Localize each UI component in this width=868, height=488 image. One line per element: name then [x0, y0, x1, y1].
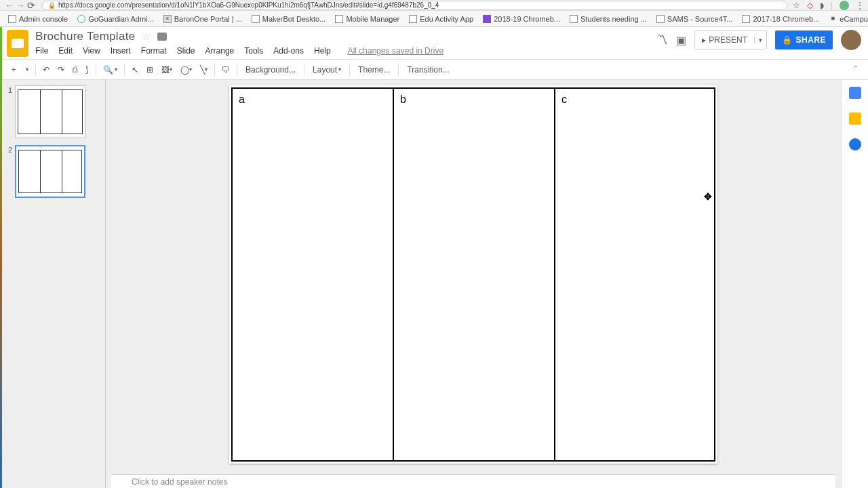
move-cursor-icon: ✥ [704, 191, 712, 202]
canvas-scroll[interactable]: a b c ✥ [106, 80, 841, 474]
present-button[interactable]: ▸PRESENT ▾ [694, 30, 767, 49]
menu-help[interactable]: Help [314, 46, 331, 56]
present-dropdown[interactable]: ▾ [754, 37, 766, 43]
new-slide-button[interactable]: ＋ [5, 62, 22, 78]
comment-button[interactable]: 🗨 [218, 62, 234, 78]
transition-button[interactable]: Transition... [401, 62, 454, 78]
chrome-menu-icon[interactable]: ⋮ [856, 1, 864, 10]
bookmark-item[interactable]: Admin console [4, 14, 72, 24]
slides-header: Brochure Template ☆ File Edit View Inser… [0, 27, 868, 60]
doc-icon [252, 15, 260, 23]
present-label: PRESENT [709, 35, 747, 45]
doc-icon [335, 15, 343, 23]
panel-c-text[interactable]: c [561, 94, 567, 106]
canvas-area: a b c ✥ Click to add speaker notes [106, 80, 841, 488]
account-avatar[interactable] [841, 30, 861, 50]
bookmark-item[interactable]: Students needing ... [566, 14, 651, 24]
slides-logo[interactable] [7, 30, 28, 57]
line-tool[interactable]: ╲ ▾ [196, 62, 212, 78]
layout-label: Layout [313, 65, 337, 75]
side-panel-rail [841, 80, 868, 488]
calendar-icon[interactable] [849, 87, 861, 99]
filmstrip: 1 2 [0, 80, 106, 488]
menu-tools[interactable]: Tools [244, 46, 263, 56]
print-button[interactable]: ⎙ [68, 62, 81, 78]
save-status[interactable]: All changes saved in Drive [348, 46, 443, 56]
ext-sep: | [831, 1, 833, 10]
url-text: https://docs.google.com/presentation/d/1… [58, 1, 439, 9]
select-tool[interactable]: ↖ [127, 62, 142, 78]
menu-arrange[interactable]: Arrange [205, 46, 235, 56]
ext-icon-2[interactable]: ◗ [820, 1, 824, 10]
bookmark-item[interactable]: GoGuardian Admi... [73, 14, 158, 24]
share-label: SHARE [795, 35, 826, 45]
bookmark-label: 2018-19 Chromeb... [494, 15, 560, 23]
bookmark-item[interactable]: 2017-18 Chromeb... [738, 14, 823, 24]
profile-avatar-small[interactable] [840, 1, 849, 10]
bookmark-label: eCampus: Home [840, 15, 868, 23]
reload-button[interactable]: ⟳ [26, 0, 37, 11]
play-icon: ▸ [702, 35, 706, 45]
panel-b-text[interactable]: b [400, 94, 406, 106]
explore-icon[interactable]: 〽 [657, 34, 668, 46]
background-button[interactable]: Background... [240, 62, 301, 78]
doc-icon [742, 15, 750, 23]
textbox-tool[interactable]: ⊞ [142, 62, 157, 78]
slide-thumbnail-1[interactable] [15, 85, 85, 138]
speaker-notes[interactable]: Click to add speaker notes [111, 474, 835, 488]
bookmark-item[interactable]: Mobile Manager [331, 14, 403, 24]
redo-button[interactable]: ↷ [54, 62, 68, 78]
lock-icon: 🔒 [48, 2, 56, 9]
move-folder-icon[interactable] [157, 33, 167, 41]
undo-button[interactable]: ↶ [39, 62, 54, 78]
lock-icon: 🔒 [782, 35, 793, 45]
menu-addons[interactable]: Add-ons [273, 46, 304, 56]
doc-icon [570, 15, 578, 23]
image-tool[interactable]: 🖼 ▾ [157, 62, 176, 78]
comments-icon[interactable]: ▣ [676, 34, 686, 47]
main-area: 1 2 a b c ✥ Click to add speaker notes [0, 80, 868, 488]
collapse-toolbar-icon[interactable]: ˆ [849, 65, 863, 75]
menu-view[interactable]: View [83, 46, 100, 56]
bookmark-label: MakerBot Deskto... [262, 15, 326, 23]
ext-icon-1[interactable]: ◇ [807, 1, 813, 10]
new-slide-dropdown[interactable]: ▾ [22, 62, 33, 78]
menu-file[interactable]: File [35, 46, 48, 56]
menu-format[interactable]: Format [141, 46, 167, 56]
goguardian-icon [77, 15, 85, 23]
doc-icon [8, 15, 16, 23]
brochure-frame [231, 87, 715, 462]
panel-a-text[interactable]: a [239, 94, 245, 106]
bookmark-label: Edu Activity App [420, 15, 473, 23]
ecampus-icon: ✱ [829, 15, 837, 23]
url-bar[interactable]: 🔒 https://docs.google.com/presentation/d… [42, 1, 787, 10]
theme-button[interactable]: Theme... [353, 62, 395, 78]
back-button[interactable]: ← [4, 0, 15, 11]
zoom-button[interactable]: 🔍 ▾ [99, 62, 121, 78]
menu-edit[interactable]: Edit [58, 46, 73, 56]
slide-thumbnail-2[interactable] [15, 145, 85, 198]
menu-insert[interactable]: Insert [111, 46, 131, 56]
layout-button[interactable]: Layout ▾ [307, 62, 347, 78]
bookmark-item[interactable]: ✱eCampus: Home [825, 14, 868, 24]
paint-format-button[interactable]: ⟆ [81, 62, 93, 78]
bookmark-item[interactable]: 2018-19 Chromeb... [479, 14, 564, 24]
tasks-icon[interactable] [849, 138, 861, 150]
bookmark-item[interactable]: SAMS - Source4T... [652, 14, 737, 24]
star-icon[interactable]: ☆ [793, 1, 800, 10]
bookmark-label: Mobile Manager [346, 15, 399, 23]
shape-tool[interactable]: ◯ ▾ [176, 62, 196, 78]
bookmark-item[interactable]: MakerBot Deskto... [248, 14, 330, 24]
doc-title[interactable]: Brochure Template [35, 30, 135, 43]
brochure-divider-1 [393, 89, 394, 460]
slide-canvas[interactable]: a b c ✥ [229, 85, 717, 464]
brochure-divider-2 [554, 89, 555, 460]
bookmark-label: GoGuardian Admi... [88, 15, 154, 23]
bookmark-item[interactable]: Edu Activity App [405, 14, 477, 24]
thumb-number: 2 [3, 145, 15, 198]
share-button[interactable]: 🔒 SHARE [775, 30, 833, 49]
keep-icon[interactable] [849, 113, 861, 125]
bookmark-item[interactable]: ≡BaronOne Portal | ... [159, 14, 246, 24]
star-icon[interactable]: ☆ [142, 31, 151, 42]
menu-slide[interactable]: Slide [177, 46, 195, 56]
